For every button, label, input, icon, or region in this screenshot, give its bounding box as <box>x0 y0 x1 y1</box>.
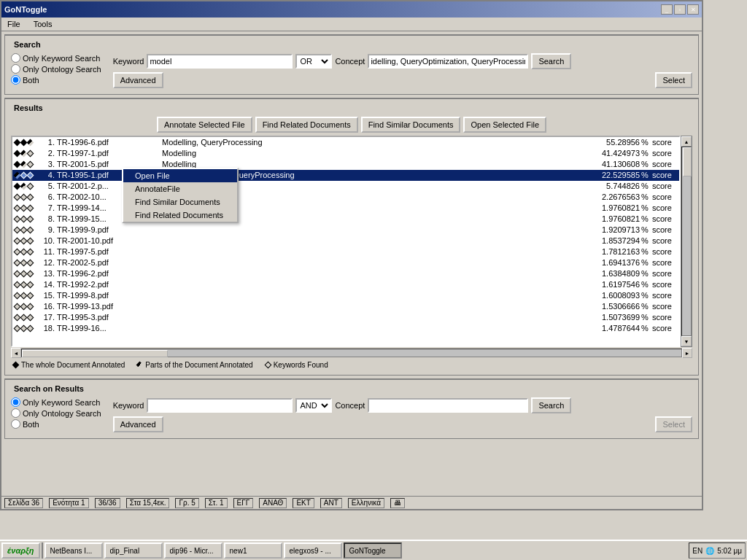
sor-radio-both[interactable]: Both <box>11 419 101 429</box>
results-panel: Results Annotate Selected File Find Rela… <box>4 98 699 376</box>
close-button[interactable]: ✕ <box>687 4 699 15</box>
sor-radio-only-ontology[interactable]: Only Ontology Search <box>11 408 101 418</box>
status-lang: Ελληνικά <box>348 498 384 508</box>
sor-keyword-input[interactable] <box>147 398 293 413</box>
sor-select-button[interactable]: Select <box>655 416 692 432</box>
status-icon: 🖶 <box>390 498 405 508</box>
sor-concept-label: Concept <box>335 401 365 410</box>
legend-full-label: The whole Document Annotated <box>21 361 125 369</box>
context-open-file[interactable]: Open File <box>123 169 237 182</box>
legend-empty-label: Keywords Found <box>274 361 328 369</box>
status-egf: ΕΓΓ <box>233 498 254 508</box>
sor-radio-group: Only Keyword Search Only Ontology Search… <box>11 397 101 429</box>
sor-advanced-button[interactable]: Advanced <box>113 416 163 432</box>
legend: The whole Document Annotated Parts of th… <box>11 358 692 372</box>
table-row[interactable]: 2. TR-1997-1.pdf Modelling 41.424973 % s… <box>12 148 679 159</box>
open-selected-button[interactable]: Open Selected File <box>463 117 546 133</box>
results-list[interactable]: 1. TR-1996-6.pdf Modelling, QueryProcess… <box>11 136 681 347</box>
keyword-input[interactable] <box>147 54 293 69</box>
status-anag: ΑΝΑΘ <box>259 498 287 508</box>
table-row[interactable]: 14. TR-1992-2.pdf 1.6197546 % score <box>12 279 679 290</box>
search-radio-group: Only Keyword Search Only Ontology Search… <box>11 53 101 85</box>
status-ant: ΑΝΤ <box>320 498 342 508</box>
action-buttons: Annotate Selected File Find Related Docu… <box>11 117 692 133</box>
table-row[interactable]: 8. TR-1999-15... 1.9760821 % score <box>12 214 679 225</box>
operator-select[interactable]: OR AND <box>295 54 332 69</box>
table-row[interactable]: 5. TR-2001-2.p... Modelling 5.744826 % s… <box>12 181 679 192</box>
restore-button[interactable]: ▫ <box>674 4 686 15</box>
menu-file[interactable]: File <box>4 19 23 29</box>
legend-full-icon <box>12 362 20 369</box>
status-section: Ενότητα 1 <box>49 498 89 508</box>
results-vertical-scrollbar[interactable]: ▲ ▼ <box>681 136 692 347</box>
table-row[interactable]: 3. TR-2001-5.pdf Modelling 41.130608 % s… <box>12 159 679 170</box>
radio-only-ontology[interactable]: Only Ontology Search <box>11 64 101 74</box>
status-ekt: ΕΚΤ <box>293 498 314 508</box>
scroll-left-button[interactable]: ◄ <box>11 348 21 358</box>
minimize-button[interactable]: _ <box>661 4 673 15</box>
table-row[interactable]: 18. TR-1999-16... 1.4787644 % score <box>12 323 679 334</box>
status-line: Γρ. 5 <box>175 498 198 508</box>
menu-bar: File Tools <box>1 18 702 31</box>
results-title: Results <box>11 102 692 114</box>
status-col: Στ. 1 <box>205 498 228 508</box>
status-page: Σελίδα 36 <box>4 498 43 508</box>
table-row[interactable]: 11. TR-1997-5.pdf 1.7812163 % score <box>12 246 679 257</box>
legend-half-label: Parts of the Document Annotated <box>145 361 252 369</box>
search-button[interactable]: Search <box>531 53 571 69</box>
context-find-similar[interactable]: Find Similar Documents <box>123 195 237 209</box>
sor-concept-input[interactable] <box>368 398 528 413</box>
advanced-button[interactable]: Advanced <box>113 72 163 88</box>
menu-tools[interactable]: Tools <box>31 19 55 29</box>
table-row[interactable]: 10. TR-2001-10.pdf 1.8537294 % score <box>12 236 679 246</box>
table-row[interactable]: 15. TR-1999-8.pdf 1.6008093 % score <box>12 290 679 301</box>
radio-both[interactable]: Both <box>11 75 101 85</box>
scroll-up-button[interactable]: ▲ <box>681 136 692 147</box>
results-container-wrapper: 1. TR-1996-6.pdf Modelling, QueryProcess… <box>11 136 692 347</box>
table-row[interactable]: 7. TR-1999-14... 1.9760821 % score <box>12 203 679 214</box>
legend-half: Parts of the Document Annotated <box>136 361 252 369</box>
sor-radio-only-keyword[interactable]: Only Keyword Search <box>11 397 101 407</box>
title-bar: GoNToggle _ ▫ ✕ <box>1 1 702 18</box>
legend-empty: Keywords Found <box>265 361 328 369</box>
search-on-results-title: Search on Results <box>11 383 692 394</box>
search-panel: Search Only Keyword Search Only Ontology… <box>4 34 699 95</box>
table-row[interactable]: 17. TR-1995-3.pdf 1.5073699 % score <box>12 312 679 323</box>
context-menu: Open File AnnotateFile Find Similar Docu… <box>122 168 239 223</box>
main-content: Search Only Keyword Search Only Ontology… <box>1 31 702 442</box>
table-row[interactable]: 1. TR-1996-6.pdf Modelling, QueryProcess… <box>12 137 679 148</box>
search-title: Search <box>11 39 692 50</box>
find-related-button[interactable]: Find Related Documents <box>255 117 358 133</box>
context-find-related[interactable]: Find Related Documents <box>123 209 237 222</box>
find-similar-button[interactable]: Find Similar Documents <box>361 117 461 133</box>
legend-half-icon <box>136 362 144 369</box>
window-title: GoNToggle <box>4 5 47 14</box>
scroll-right-button[interactable]: ► <box>682 348 692 358</box>
table-row[interactable]: 6. TR-2002-10... 2.2676563 % score <box>12 192 679 203</box>
scroll-down-button[interactable]: ▼ <box>681 336 692 346</box>
table-row[interactable]: 16. TR-1999-13.pdf 1.5306666 % score <box>12 301 679 312</box>
concept-input[interactable] <box>368 54 528 69</box>
table-row[interactable]: 4. TR-1995-1.pdf QueryOptimization, Quer… <box>12 170 679 181</box>
select-button[interactable]: Select <box>655 72 692 88</box>
concept-label: Concept <box>335 57 365 66</box>
radio-only-keyword[interactable]: Only Keyword Search <box>11 53 101 63</box>
keyword-label: Keyword <box>113 57 144 66</box>
status-bar: Σελίδα 36 Ενότητα 1 36/36 Στα 15,4εκ. Γρ… <box>1 496 702 509</box>
sor-search-button[interactable]: Search <box>531 397 571 413</box>
table-row[interactable]: 13. TR-1996-2.pdf 1.6384809 % score <box>12 268 679 279</box>
table-row[interactable]: 9. TR-1999-9.pdf 1.9209713 % score <box>12 225 679 236</box>
scroll-thumb[interactable] <box>683 147 692 176</box>
scroll-thumb-h[interactable] <box>22 350 168 357</box>
search-on-results-panel: Search on Results Only Keyword Search On… <box>4 378 699 439</box>
table-row[interactable]: 12. TR-2002-5.pdf 1.6941376 % score <box>12 257 679 268</box>
main-window: GoNToggle _ ▫ ✕ File Tools Search Only K… <box>0 0 703 510</box>
status-at-pos: Στα 15,4εκ. <box>126 498 170 508</box>
horizontal-scrollbar[interactable]: ◄ ► <box>11 348 692 358</box>
scroll-track[interactable] <box>681 147 692 336</box>
sor-operator-select[interactable]: AND OR <box>295 398 332 413</box>
scroll-track-h[interactable] <box>21 349 682 357</box>
annotate-button[interactable]: Annotate Selected File <box>157 117 252 133</box>
status-position: 36/36 <box>95 498 120 508</box>
context-annotate-file[interactable]: AnnotateFile <box>123 182 237 195</box>
